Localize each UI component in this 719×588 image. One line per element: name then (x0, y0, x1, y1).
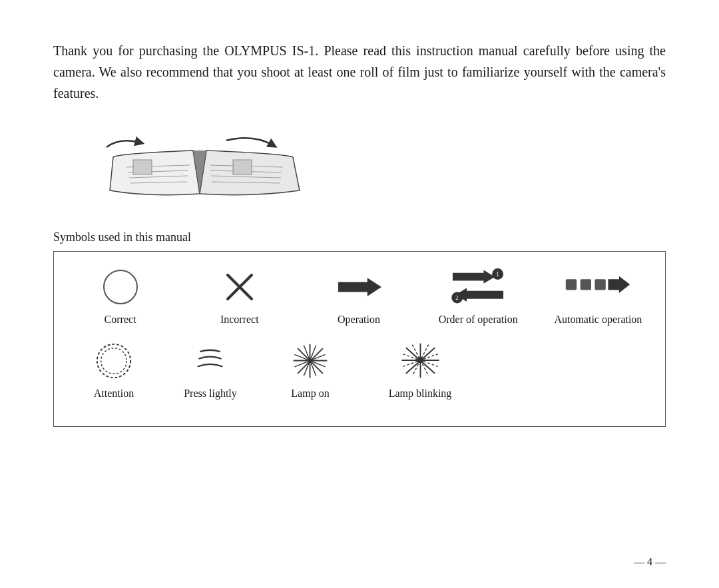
lamp-on-label: Lamp on (291, 388, 329, 400)
symbols-row-2: Attention Press lightly (61, 339, 658, 400)
svg-marker-23 (608, 276, 630, 293)
automatic-operation-icon (565, 265, 631, 308)
symbol-correct: Correct (77, 265, 164, 326)
page-number: — 4 — (634, 556, 666, 568)
incorrect-icon (222, 265, 257, 308)
svg-text:1: 1 (496, 271, 499, 278)
operation-icon (336, 265, 382, 308)
lamp-on-icon (290, 339, 330, 382)
intro-paragraph: Thank you for purchasing the OLYMPUS IS-… (53, 40, 666, 104)
attention-icon (95, 339, 133, 382)
symbol-press-lightly: Press lightly (160, 339, 260, 400)
svg-point-42 (417, 357, 423, 363)
svg-point-25 (101, 348, 127, 374)
svg-marker-13 (338, 278, 381, 295)
symbols-row-1: Correct Incorrect (61, 265, 658, 326)
symbols-box: Correct Incorrect (53, 251, 666, 427)
symbols-title: Symbols used in this manual (53, 230, 666, 244)
correct-icon (103, 265, 138, 308)
press-lightly-icon (193, 339, 228, 382)
symbol-attention: Attention (67, 339, 160, 400)
svg-marker-19 (455, 288, 503, 302)
order-of-operation-icon: 1 2 (445, 265, 511, 308)
correct-label: Correct (105, 314, 136, 326)
svg-rect-8 (133, 160, 152, 174)
svg-rect-20 (566, 279, 577, 290)
symbol-lamp-on: Lamp on (260, 339, 360, 400)
order-of-operation-label: Order of operation (439, 314, 518, 326)
symbol-lamp-blinking: Lamp blinking (360, 339, 480, 400)
lamp-blinking-icon (395, 339, 445, 382)
page: Thank you for purchasing the OLYMPUS IS-… (0, 0, 719, 588)
svg-rect-21 (581, 279, 591, 290)
attention-label: Attention (94, 388, 134, 400)
incorrect-label: Incorrect (220, 314, 259, 326)
svg-rect-22 (595, 279, 606, 290)
svg-rect-9 (233, 160, 252, 174)
symbol-automatic-operation: Automatic operation (554, 265, 642, 326)
svg-marker-16 (453, 270, 495, 284)
book-illustration (80, 131, 666, 210)
operation-label: Operation (338, 314, 380, 326)
svg-point-24 (97, 344, 130, 377)
press-lightly-label: Press lightly (184, 388, 237, 400)
symbol-order-of-operation: 1 2 Order of operation (435, 265, 521, 326)
lamp-blinking-label: Lamp blinking (389, 388, 452, 400)
symbol-incorrect: Incorrect (196, 265, 283, 326)
automatic-operation-label: Automatic operation (554, 314, 642, 326)
symbol-operation: Operation (316, 265, 402, 326)
